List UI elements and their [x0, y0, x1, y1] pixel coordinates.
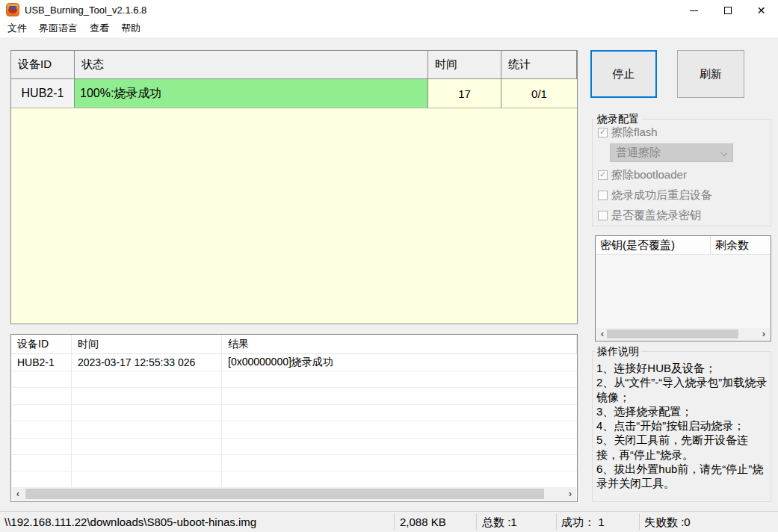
instruction-line: 4、点击“开始”按钮启动烧录； — [596, 418, 770, 433]
col-device-id: 设备ID — [11, 51, 75, 78]
stop-button-label: 停止 — [613, 67, 635, 81]
maximize-icon — [724, 7, 732, 14]
instruction-line: 1、连接好HUB及设备； — [596, 361, 770, 375]
log-time: 2023-03-17 12:55:33 026 — [72, 354, 222, 371]
col-log-device-id: 设备ID — [11, 335, 72, 353]
instruction-line: 3、选择烧录配置； — [596, 404, 770, 418]
overwrite-key-checkbox[interactable]: 是否覆盖烧录密钥 — [598, 208, 701, 223]
log-row-empty — [11, 455, 577, 471]
app-logo-icon — [6, 3, 19, 16]
refresh-button-label: 刷新 — [700, 67, 722, 81]
instruction-line: 2、从“文件”-“导入烧录包”加载烧录镜像； — [596, 375, 770, 404]
log-result: [0x00000000]烧录成功 — [222, 354, 577, 371]
chevron-down-icon — [720, 149, 727, 156]
erase-bootloader-label: 擦除bootloader — [611, 168, 687, 182]
statusbar-divider — [639, 513, 640, 531]
log-row-empty — [11, 439, 577, 455]
progress-bar: 100%:烧录成功 — [75, 79, 428, 108]
checkbox-unchecked-icon — [598, 191, 608, 200]
col-log-result: 结果 — [222, 335, 577, 353]
menu-bar: 文件 界面语言 查看 帮助 — [0, 19, 778, 37]
scrollbar-thumb[interactable] — [25, 489, 544, 499]
log-row-empty — [11, 405, 577, 421]
app-window: USB_Burning_Tool_v2.1.6.8 ✕ 文件 界面语言 查看 帮… — [0, 0, 778, 532]
instructions-title: 操作说明 — [595, 345, 641, 359]
window-title: USB_Burning_Tool_v2.1.6.8 — [25, 4, 146, 16]
close-button[interactable]: ✕ — [744, 0, 778, 21]
statusbar-divider — [476, 513, 477, 531]
col-status: 状态 — [75, 51, 428, 78]
device-id-cell: HUB2-1 — [11, 79, 75, 108]
stop-button[interactable]: 停止 — [590, 50, 657, 98]
log-table-header: 设备ID 时间 结果 — [11, 335, 577, 354]
minimize-button[interactable] — [677, 0, 711, 21]
device-table-header: 设备ID 状态 时间 统计 — [11, 51, 577, 79]
checkbox-checked-icon: ✓ — [598, 128, 608, 137]
scrollbar-thumb[interactable] — [607, 330, 738, 338]
statusbar-divider — [556, 513, 557, 531]
checkbox-checked-icon: ✓ — [598, 170, 608, 180]
close-icon: ✕ — [757, 4, 766, 16]
col-key: 密钥(是否覆盖) — [596, 236, 711, 254]
device-table: 设备ID 状态 时间 统计 HUB2-1 100%:烧录成功 17 0/1 — [10, 50, 578, 324]
image-size: 2,088 KB — [400, 516, 446, 528]
log-table: 设备ID 时间 结果 HUB2-1 2023-03-17 12:55:33 02… — [10, 334, 578, 502]
instructions-text: 1、连接好HUB及设备； 2、从“文件”-“导入烧录包”加载烧录镜像； 3、选择… — [596, 361, 770, 491]
erase-bootloader-checkbox[interactable]: ✓ 擦除bootloader — [598, 168, 687, 182]
col-time: 时间 — [428, 51, 501, 78]
col-log-time: 时间 — [72, 335, 222, 353]
menu-file[interactable]: 文件 — [1, 19, 33, 37]
overwrite-key-label: 是否覆盖烧录密钥 — [611, 208, 701, 223]
scroll-right-icon[interactable]: › — [564, 487, 576, 501]
log-device-id: HUB2-1 — [11, 354, 72, 371]
menu-language[interactable]: 界面语言 — [33, 19, 84, 37]
erase-flash-label: 擦除flash — [611, 126, 658, 140]
key-table-scrollbar[interactable]: ‹ › — [596, 328, 770, 340]
checkbox-unchecked-icon — [598, 211, 608, 220]
erase-mode-value: 普通擦除 — [616, 146, 661, 160]
col-remaining: 剩余数 — [711, 236, 771, 254]
scroll-left-icon[interactable]: ‹ — [12, 487, 24, 501]
title-bar: USB_Burning_Tool_v2.1.6.8 ✕ — [0, 0, 778, 19]
scroll-right-icon[interactable]: › — [758, 328, 770, 340]
instruction-line: 6、拔出外置hub前，请先“停止”烧录并关闭工具。 — [596, 462, 770, 491]
stats-cell: 0/1 — [501, 79, 577, 108]
log-row-empty — [11, 421, 577, 438]
time-cell: 17 — [428, 79, 501, 108]
refresh-button[interactable]: 刷新 — [677, 50, 744, 98]
menu-help[interactable]: 帮助 — [115, 19, 146, 37]
key-table-header: 密钥(是否覆盖) 剩余数 — [596, 236, 771, 255]
total-count: 总数 :1 — [482, 516, 517, 530]
success-count: 成功： 1 — [561, 516, 605, 530]
key-table: 密钥(是否覆盖) 剩余数 ‹ › — [595, 235, 771, 341]
instruction-line: 5、关闭工具前，先断开设备连接，再“停止”烧录。 — [596, 433, 770, 462]
image-path: \\192.168.111.22\downloads\S805-uboot-hi… — [4, 516, 256, 528]
reboot-after-checkbox[interactable]: 烧录成功后重启设备 — [598, 188, 712, 202]
statusbar-divider — [394, 513, 395, 531]
menu-view[interactable]: 查看 — [84, 19, 115, 37]
log-row[interactable]: HUB2-1 2023-03-17 12:55:33 026 [0x000000… — [11, 354, 577, 371]
minimize-icon — [690, 10, 698, 11]
erase-flash-checkbox[interactable]: ✓ 擦除flash — [598, 126, 658, 140]
burn-config-title: 烧录配置 — [595, 113, 641, 126]
log-row-empty — [11, 388, 577, 404]
log-row-empty — [11, 471, 577, 488]
reboot-after-label: 烧录成功后重启设备 — [611, 188, 712, 202]
log-table-scrollbar[interactable]: ‹ › — [12, 487, 576, 501]
device-row[interactable]: HUB2-1 100%:烧录成功 17 0/1 — [11, 79, 577, 108]
status-bar: \\192.168.111.22\downloads\S805-uboot-hi… — [0, 511, 778, 532]
maximize-button[interactable] — [711, 0, 744, 21]
log-row-empty — [11, 371, 577, 388]
failed-count: 失败数 :0 — [644, 516, 691, 530]
col-stats: 统计 — [501, 51, 577, 78]
erase-mode-select[interactable]: 普通擦除 — [610, 143, 733, 162]
